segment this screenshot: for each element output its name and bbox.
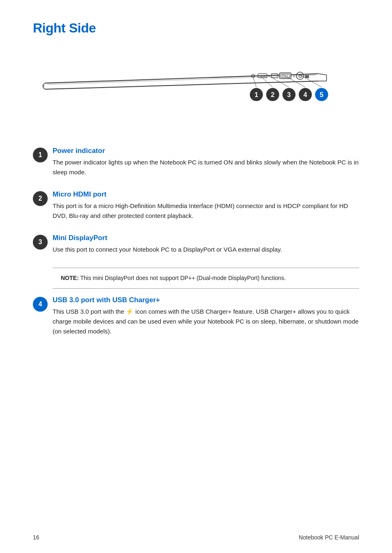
badge-3: 3 <box>33 235 48 250</box>
svg-line-33 <box>253 77 256 87</box>
section-1-body: The power indicator lights up when the N… <box>53 157 359 177</box>
svg-text:3: 3 <box>287 91 291 98</box>
section-4-body: This USB 3.0 port with the ⚡ icon comes … <box>53 307 359 336</box>
section-2-title: Micro HDMI port <box>53 190 359 199</box>
svg-text:5: 5 <box>320 91 323 98</box>
badge-4: 4 <box>33 297 48 312</box>
badge-1: 1 <box>33 148 48 162</box>
svg-text:⏻: ⏻ <box>298 74 302 78</box>
page-title: Right Side <box>33 21 359 36</box>
section-1-title: Power indicator <box>53 147 359 155</box>
section-3-body: Use this port to connect your Notebook P… <box>53 245 359 255</box>
note-text-3: This mini DisplayPort does not support D… <box>80 275 286 281</box>
section-3-title: Mini DisplayPort <box>53 234 359 242</box>
svg-line-0 <box>45 74 318 83</box>
laptop-diagram: HDMI • i ⏻ ▓▓ 1 <box>33 48 359 130</box>
section-1: 1 Power indicator The power indicator li… <box>33 147 359 177</box>
section-2-content: Micro HDMI port This port is for a micro… <box>53 190 359 221</box>
svg-text:4: 4 <box>304 91 307 98</box>
note-box-3: NOTE: This mini DisplayPort does not sup… <box>53 268 359 289</box>
svg-line-37 <box>299 74 322 87</box>
svg-text:1: 1 <box>254 91 258 98</box>
lightning-icon: ⚡ <box>126 308 134 315</box>
section-3-content: Mini DisplayPort Use this port to connec… <box>53 234 359 255</box>
svg-point-8 <box>252 75 254 76</box>
section-4-content: USB 3.0 port with USB Charger+ This USB … <box>53 296 359 336</box>
svg-line-2 <box>318 74 327 75</box>
section-1-content: Power indicator The power indicator ligh… <box>53 147 359 177</box>
svg-rect-13 <box>279 73 291 79</box>
section-2: 2 Micro HDMI port This port is for a mic… <box>33 190 359 221</box>
section-2-body: This port is for a micro High-Definition… <box>53 201 359 221</box>
section-4: 4 USB 3.0 port with USB Charger+ This US… <box>33 296 359 336</box>
page-footer: 16 Notebook PC E-Manual <box>33 534 359 541</box>
section-3: 3 Mini DisplayPort Use this port to conn… <box>33 234 359 255</box>
svg-text:2: 2 <box>271 91 274 98</box>
svg-text:▓▓: ▓▓ <box>305 75 309 78</box>
note-label: NOTE: <box>61 275 79 281</box>
footer-manual-title: Notebook PC E-Manual <box>299 534 359 541</box>
badge-2: 2 <box>33 191 48 206</box>
items-list: 1 Power indicator The power indicator li… <box>33 147 359 336</box>
section-4-title: USB 3.0 port with USB Charger+ <box>53 296 359 304</box>
svg-line-1 <box>45 81 318 89</box>
svg-text:i: i <box>293 74 294 78</box>
footer-page-number: 16 <box>33 534 39 541</box>
